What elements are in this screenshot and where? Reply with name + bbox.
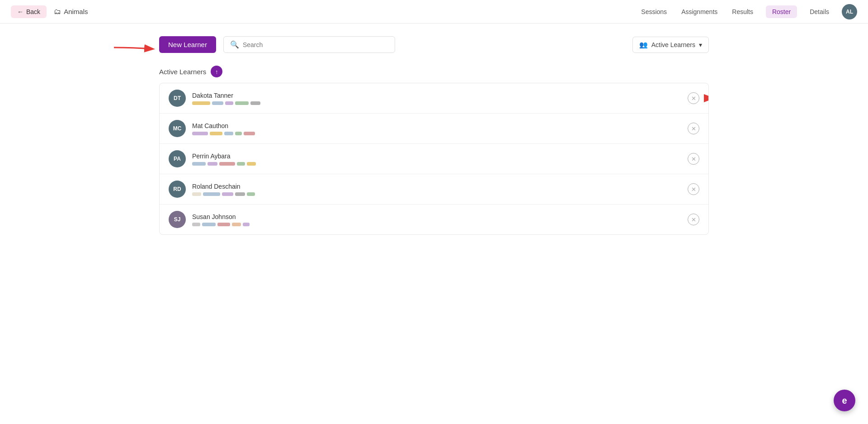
learner-avatar: SJ (169, 211, 186, 228)
bar-segment (247, 162, 256, 166)
bar-segment (210, 132, 222, 135)
filter-label: Active Learners (651, 41, 695, 48)
arrow-annotation-remove (704, 89, 709, 107)
bar-segment (224, 132, 233, 135)
learner-row: MCMat Cauthon✕ (160, 114, 708, 144)
learner-row: SJSusan Johnson✕ (160, 205, 708, 234)
bar-segment (232, 223, 241, 226)
learner-progress-bars (192, 101, 681, 105)
bar-segment (243, 223, 250, 226)
learner-info: Perrin Aybara (192, 152, 681, 166)
learner-list: DTDakota Tanner✕ MCMat Cauthon✕PAPerrin … (159, 83, 709, 235)
user-avatar[interactable]: AL (842, 4, 857, 19)
bar-segment (208, 162, 217, 166)
toolbar: New Learner 🔍 👥 Active Learners ▾ (159, 36, 709, 53)
bar-segment (192, 162, 206, 166)
section-title: Active Learners (159, 68, 206, 76)
main-content: New Learner 🔍 👥 Active Learners ▾ Active… (145, 24, 723, 248)
learner-info: Dakota Tanner (192, 92, 681, 105)
folder-icon: 🗂 (54, 8, 61, 16)
page-breadcrumb: 🗂 Animals (54, 8, 88, 16)
bar-segment (192, 223, 200, 226)
close-circle-icon: ✕ (691, 156, 696, 162)
learner-info: Mat Cauthon (192, 122, 681, 135)
learner-info: Susan Johnson (192, 213, 681, 226)
bar-segment (235, 132, 242, 135)
learner-progress-bars (192, 132, 681, 135)
search-bar: 🔍 (223, 36, 395, 53)
filter-people-icon: 👥 (639, 41, 648, 49)
learner-avatar: DT (169, 90, 186, 107)
learner-progress-bars (192, 192, 681, 196)
section-header: Active Learners ↑ (159, 66, 709, 77)
nav-results[interactable]: Results (730, 5, 755, 18)
bar-segment (237, 162, 245, 166)
close-circle-icon: ✕ (691, 186, 696, 193)
bar-segment (203, 192, 220, 196)
bar-segment (244, 132, 255, 135)
bar-segment (212, 101, 223, 105)
nav-assignments[interactable]: Assignments (679, 5, 719, 18)
learner-row: PAPerrin Aybara✕ (160, 144, 708, 174)
sort-button[interactable]: ↑ (211, 66, 222, 77)
close-circle-icon: ✕ (691, 125, 696, 132)
learner-name: Mat Cauthon (192, 122, 681, 129)
search-icon: 🔍 (230, 40, 239, 49)
bar-segment (217, 223, 230, 226)
breadcrumb-title: Animals (64, 8, 88, 15)
remove-learner-button[interactable]: ✕ (688, 153, 699, 165)
learner-name: Roland Deschain (192, 183, 681, 190)
back-button[interactable]: ← Back (11, 5, 47, 18)
remove-learner-button[interactable]: ✕ (688, 123, 699, 134)
bar-segment (202, 223, 216, 226)
learner-row: RDRoland Deschain✕ (160, 174, 708, 205)
back-label: Back (26, 8, 40, 15)
learner-progress-bars (192, 162, 681, 166)
remove-learner-button[interactable]: ✕ (688, 214, 699, 225)
new-learner-button[interactable]: New Learner (159, 36, 216, 53)
learner-name: Dakota Tanner (192, 92, 681, 99)
bar-segment (222, 192, 233, 196)
remove-learner-button[interactable]: ✕ (688, 92, 699, 104)
close-circle-icon: ✕ (691, 95, 696, 102)
nav-right: Sessions Assignments Results Roster Deta… (639, 4, 857, 19)
learner-avatar: PA (169, 150, 186, 167)
bar-segment (250, 101, 260, 105)
filter-dropdown-button[interactable]: 👥 Active Learners ▾ (632, 37, 709, 53)
nav-left: ← Back 🗂 Animals (11, 5, 88, 18)
learner-avatar: RD (169, 181, 186, 198)
learner-name: Susan Johnson (192, 213, 681, 220)
learner-progress-bars (192, 223, 681, 226)
learner-info: Roland Deschain (192, 183, 681, 196)
nav-details[interactable]: Details (808, 5, 831, 18)
bar-segment (192, 192, 201, 196)
bar-segment (225, 101, 233, 105)
learner-name: Perrin Aybara (192, 152, 681, 160)
bar-segment (247, 192, 255, 196)
chevron-down-icon: ▾ (699, 41, 702, 48)
bar-segment (219, 162, 235, 166)
nav-sessions[interactable]: Sessions (639, 5, 669, 18)
top-navigation: ← Back 🗂 Animals Sessions Assignments Re… (0, 0, 868, 24)
remove-learner-button[interactable]: ✕ (688, 183, 699, 195)
close-circle-icon: ✕ (691, 216, 696, 223)
bar-segment (192, 132, 208, 135)
learner-row: DTDakota Tanner✕ (160, 83, 708, 114)
nav-roster[interactable]: Roster (766, 5, 797, 18)
learner-avatar: MC (169, 120, 186, 137)
bar-segment (192, 101, 210, 105)
search-input[interactable] (243, 41, 388, 48)
arrow-left-icon: ← (17, 8, 24, 15)
bar-segment (235, 101, 249, 105)
bar-segment (235, 192, 245, 196)
